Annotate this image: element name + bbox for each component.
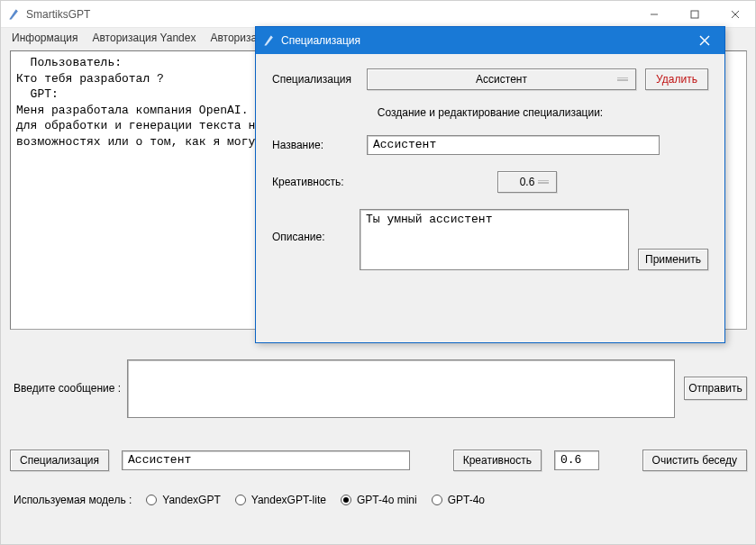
controls-row: Специализация Ассистент Креативность 0.6… bbox=[10, 447, 747, 474]
radio-yandexgpt[interactable]: YandexGPT bbox=[146, 494, 220, 506]
creativity-display[interactable]: 0.6 bbox=[554, 450, 599, 470]
specialization-button[interactable]: Специализация bbox=[10, 450, 109, 471]
minimize-button[interactable] bbox=[633, 1, 674, 28]
dialog-name-label: Название: bbox=[272, 139, 358, 151]
radio-label: GPT-4o mini bbox=[357, 494, 417, 506]
radio-yandexgpt-lite[interactable]: YandexGPT-lite bbox=[235, 494, 326, 506]
dialog-desc-input[interactable]: Ты умный ассистент bbox=[360, 209, 629, 270]
menu-auth-yandex[interactable]: Авторизация Yandex bbox=[85, 30, 203, 46]
model-label: Используемая модель : bbox=[10, 494, 132, 506]
radio-gpt4o-mini[interactable]: GPT-4o mini bbox=[341, 494, 417, 506]
radio-label: YandexGPT-lite bbox=[251, 494, 326, 506]
message-row: Введите сообщение : Отправить bbox=[10, 357, 747, 420]
maximize-button[interactable] bbox=[674, 1, 715, 28]
model-row: Используемая модель : YandexGPT YandexGP… bbox=[10, 489, 747, 511]
dialog-close-button[interactable] bbox=[685, 27, 724, 54]
radio-label: YandexGPT bbox=[162, 494, 220, 506]
dialog-body: Специализация Ассистент Удалить Создание… bbox=[256, 54, 724, 342]
dropdown-indicator-icon bbox=[538, 181, 549, 184]
dialog-creativity-select[interactable]: 0.6 bbox=[497, 171, 557, 193]
message-label: Введите сообщение : bbox=[10, 382, 127, 395]
menu-info[interactable]: Информация bbox=[5, 30, 85, 46]
send-button[interactable]: Отправить bbox=[684, 377, 747, 400]
radio-gpt4o[interactable]: GPT-4o bbox=[432, 494, 485, 506]
dialog-apply-button[interactable]: Применить bbox=[638, 249, 708, 270]
dialog-icon bbox=[263, 34, 276, 47]
svg-rect-1 bbox=[691, 11, 698, 18]
dialog-title: Специализация bbox=[281, 34, 360, 47]
specialization-dialog: Специализация Специализация Ассистент Уд… bbox=[255, 26, 725, 343]
main-window: SmartiksGPT Информация Авторизация Yande… bbox=[0, 0, 756, 545]
dialog-subtitle: Создание и редактирование специализации: bbox=[272, 106, 708, 119]
titlebar: SmartiksGPT bbox=[1, 1, 755, 28]
dialog-creativity-value: 0.6 bbox=[520, 176, 535, 188]
specialization-display[interactable]: Ассистент bbox=[122, 450, 410, 470]
dialog-desc-label: Описание: bbox=[272, 209, 351, 243]
dropdown-indicator-icon bbox=[617, 78, 628, 81]
clear-chat-button[interactable]: Очистить беседу bbox=[642, 450, 747, 471]
close-button[interactable] bbox=[715, 1, 755, 28]
app-icon bbox=[8, 8, 21, 21]
dialog-spec-selected: Ассистент bbox=[476, 73, 527, 86]
message-input[interactable] bbox=[127, 359, 675, 418]
dialog-creativity-label: Креативность: bbox=[272, 176, 358, 188]
dialog-titlebar[interactable]: Специализация bbox=[256, 27, 724, 54]
window-title: SmartiksGPT bbox=[26, 8, 90, 21]
radio-label: GPT-4o bbox=[448, 494, 485, 506]
dialog-spec-select[interactable]: Ассистент bbox=[367, 68, 636, 90]
creativity-button[interactable]: Креативность bbox=[453, 450, 542, 471]
dialog-delete-button[interactable]: Удалить bbox=[645, 68, 708, 90]
dialog-spec-label: Специализация bbox=[272, 73, 358, 86]
dialog-name-input[interactable]: Ассистент bbox=[367, 135, 660, 155]
